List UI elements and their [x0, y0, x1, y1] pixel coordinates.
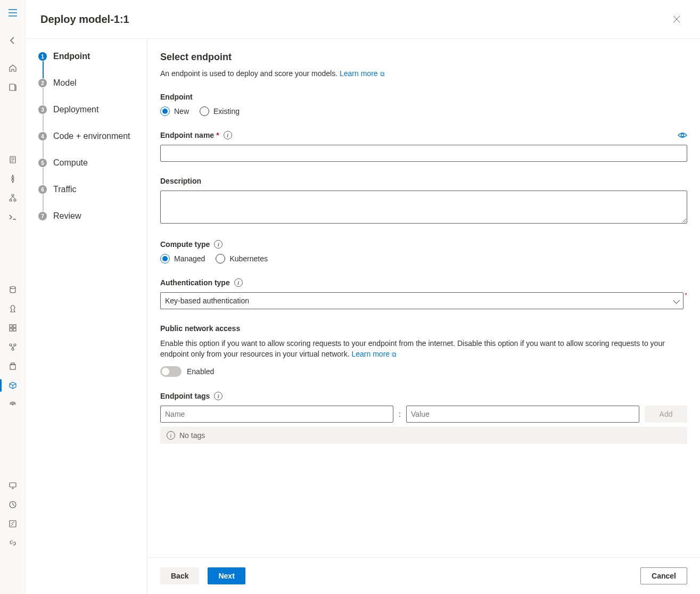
external-link-icon: ⧉ [392, 349, 397, 360]
wizard-steps: 1 Endpoint 2 Model 3 Deployment 4 Code +… [26, 39, 147, 594]
home-icon[interactable] [4, 60, 21, 77]
back-button[interactable]: Back [160, 567, 199, 584]
svg-rect-13 [10, 365, 15, 369]
data-icon[interactable] [4, 281, 21, 298]
endpoint-label: Endpoint [160, 93, 687, 101]
back-arrow-icon[interactable] [4, 32, 21, 49]
endpoint-radio-group: New Existing [160, 106, 687, 116]
section-title: Select endpoint [160, 52, 687, 63]
compute-icon[interactable] [4, 477, 21, 494]
next-button[interactable]: Next [208, 567, 245, 584]
endpoint-existing-radio[interactable]: Existing [200, 106, 240, 116]
tags-input-row: : Add [160, 406, 687, 423]
info-icon[interactable]: i [224, 131, 232, 139]
section-description: An endpoint is used to deploy and score … [160, 69, 687, 78]
tag-name-input[interactable] [160, 406, 393, 423]
public-network-access-toggle[interactable] [160, 366, 182, 377]
info-icon[interactable]: i [214, 240, 223, 249]
svg-rect-7 [13, 325, 16, 327]
step-traffic[interactable]: 6 Traffic [38, 185, 147, 194]
endpoint-tags-label: Endpoint tags i [160, 392, 687, 400]
form-panel: Select endpoint An endpoint is used to d… [147, 39, 700, 557]
svg-rect-16 [10, 483, 16, 487]
cancel-button[interactable]: Cancel [640, 567, 687, 584]
tags-empty-state: i No tags [160, 427, 687, 444]
step-deployment[interactable]: 3 Deployment [38, 105, 147, 114]
add-tag-button[interactable]: Add [645, 406, 687, 423]
svg-rect-6 [10, 325, 12, 327]
components-icon[interactable] [4, 319, 21, 336]
left-nav-rail [0, 0, 26, 594]
description-label: Description [160, 177, 687, 185]
dialog-body: 1 Endpoint 2 Model 3 Deployment 4 Code +… [26, 39, 700, 594]
step-review[interactable]: 7 Review [38, 211, 147, 221]
automl-icon[interactable] [4, 170, 21, 187]
hamburger-icon[interactable] [4, 4, 21, 21]
pipelines-icon[interactable] [4, 339, 21, 356]
endpoints-icon[interactable] [4, 396, 21, 413]
compute-type-label: Compute type i [160, 240, 687, 249]
dialog-footer: Back Next Cancel [147, 557, 700, 594]
svg-rect-8 [10, 328, 12, 331]
svg-point-19 [681, 134, 684, 137]
public-network-access-label: Public network access [160, 324, 687, 333]
eye-icon[interactable] [678, 132, 687, 138]
step-compute[interactable]: 5 Compute [38, 158, 147, 168]
dialog-title: Deploy model-1:1 [40, 13, 129, 26]
toggle-label: Enabled [187, 367, 214, 376]
prompt-icon[interactable] [4, 209, 21, 226]
svg-point-2 [12, 194, 14, 196]
compute-managed-radio[interactable]: Managed [160, 254, 205, 263]
svg-rect-14 [11, 363, 14, 365]
external-link-icon: ⧉ [380, 70, 385, 78]
info-icon[interactable]: i [234, 278, 243, 287]
jobs-icon[interactable] [4, 300, 21, 317]
catalog-icon[interactable] [4, 79, 21, 96]
notebook-icon[interactable] [4, 151, 21, 168]
dialog-header: Deploy model-1:1 [26, 0, 700, 39]
endpoint-new-radio[interactable]: New [160, 106, 189, 116]
auth-type-label: Authentication type i [160, 278, 687, 287]
svg-point-3 [10, 199, 12, 201]
svg-point-15 [12, 404, 13, 406]
compute-kubernetes-radio[interactable]: Kubernetes [216, 254, 268, 263]
deploy-dialog: Deploy model-1:1 1 Endpoint 2 Model 3 De… [26, 0, 700, 594]
info-icon: i [167, 431, 175, 440]
labeling-icon[interactable] [4, 515, 21, 532]
tag-value-input[interactable] [406, 406, 639, 423]
svg-point-4 [14, 199, 16, 201]
svg-point-12 [12, 348, 14, 350]
linked-icon[interactable] [4, 534, 21, 551]
svg-rect-9 [13, 328, 16, 331]
svg-point-5 [10, 286, 15, 288]
learn-more-link[interactable]: Learn more⧉ [340, 69, 385, 78]
description-textarea[interactable] [160, 191, 687, 224]
public-network-access-help: Enable this option if you want to allow … [160, 338, 687, 360]
step-model[interactable]: 2 Model [38, 78, 147, 88]
svg-rect-0 [10, 84, 15, 90]
endpoint-name-input[interactable] [160, 145, 687, 162]
auth-type-select[interactable]: Key-based authentication [160, 292, 683, 309]
step-code-environment[interactable]: 4 Code + environment [38, 131, 147, 141]
info-icon[interactable]: i [214, 392, 223, 400]
learn-more-link[interactable]: Learn more⧉ [352, 350, 397, 358]
close-button[interactable] [668, 11, 685, 28]
public-network-access-toggle-row: Enabled [160, 366, 687, 377]
endpoint-name-label: Endpoint name * i [160, 131, 687, 139]
monitoring-icon[interactable] [4, 496, 21, 513]
compute-type-radio-group: Managed Kubernetes [160, 254, 687, 263]
step-endpoint[interactable]: 1 Endpoint [38, 52, 147, 61]
models-icon[interactable] [4, 377, 21, 394]
designer-icon[interactable] [4, 189, 21, 207]
environments-icon[interactable] [4, 358, 21, 375]
svg-rect-18 [10, 521, 16, 527]
